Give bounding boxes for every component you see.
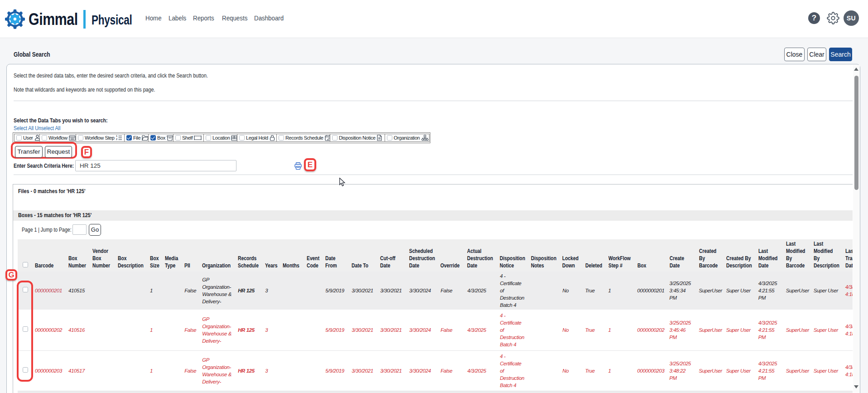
svg-text:1: 1 <box>116 135 117 137</box>
svg-text:2: 2 <box>116 138 117 141</box>
